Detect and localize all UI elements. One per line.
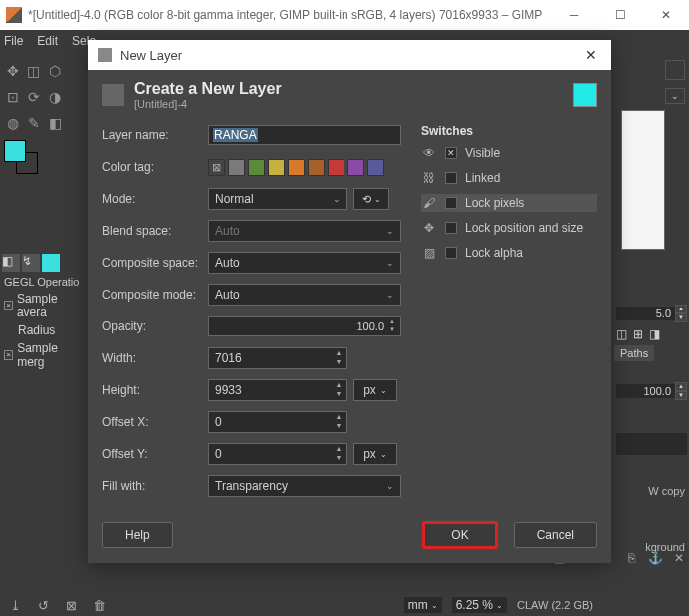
color-tag-option[interactable] (308, 159, 325, 176)
dialog-icon (98, 48, 112, 62)
spin-down-icon[interactable]: ▼ (386, 326, 398, 334)
color-tag-option[interactable] (228, 159, 245, 176)
width-label: Width: (102, 351, 208, 365)
opacity-slider[interactable]: 100.0 ▲▼ (208, 316, 401, 336)
visible-checkbox[interactable]: ✕ (445, 147, 457, 159)
bucket-tool-icon[interactable]: ◍ (4, 112, 21, 134)
lasso-tool-icon[interactable]: ⬡ (47, 60, 64, 82)
size-unit-select[interactable]: px⌄ (353, 379, 397, 401)
close-window-button[interactable]: ✕ (643, 0, 689, 30)
composite-space-select[interactable]: Auto⌄ (208, 252, 401, 274)
anchor-layer-icon[interactable]: ⚓ (647, 550, 663, 566)
fg-color-swatch[interactable] (4, 140, 26, 162)
layer-name-input[interactable]: RANGA (208, 125, 401, 145)
form-left: Layer name: RANGA Color tag: ⊠ (102, 124, 401, 507)
transform-tool-icon[interactable]: ⟳ (25, 86, 42, 108)
window-titlebar: *[Untitled]-4.0 (RGB color 8-bit gamma i… (0, 0, 689, 30)
dialog-titlebar: New Layer ✕ (88, 40, 611, 70)
color-tag-option[interactable] (328, 159, 344, 176)
spin-down-icon[interactable]: ▼ (675, 313, 687, 322)
maximize-button[interactable]: ☐ (597, 0, 643, 30)
fill-with-select[interactable]: Transparency⌄ (208, 475, 401, 497)
color-tag-option[interactable] (268, 159, 285, 176)
opacity-label: Opacity: (102, 319, 208, 333)
layer-item[interactable] (616, 433, 687, 455)
fg-bg-colors[interactable] (4, 140, 44, 180)
close-icon[interactable]: ⊠ (62, 596, 80, 614)
zoom-dropdown[interactable]: 6.25 %⌄ (452, 597, 507, 613)
spin-up-icon[interactable]: ▲ (386, 318, 398, 326)
mode-reset-button[interactable]: ⟲ ⌄ (353, 188, 389, 210)
dock-tab-icon[interactable] (665, 60, 685, 80)
options-tab-icon[interactable]: ◧ (2, 254, 20, 272)
eraser-tool-icon[interactable]: ◧ (47, 112, 64, 134)
alpha-icon: ▨ (421, 245, 437, 261)
offset-y-input[interactable]: 0▲▼ (208, 443, 347, 465)
brush-icon: 🖌 (421, 195, 437, 211)
help-button[interactable]: Help (102, 522, 173, 548)
window-title: *[Untitled]-4.0 (RGB color 8-bit gamma i… (28, 8, 551, 22)
lock-position-checkbox[interactable] (445, 222, 457, 234)
spin-value[interactable]: 5.0 (616, 307, 675, 320)
dialog-close-button[interactable]: ✕ (581, 45, 601, 65)
blend-space-label: Blend space: (102, 224, 208, 238)
linked-checkbox[interactable] (445, 172, 457, 184)
mode-select[interactable]: Normal⌄ (208, 188, 347, 210)
close-option-icon-2[interactable]: × (4, 350, 13, 360)
color-tag-none[interactable]: ⊠ (208, 159, 225, 176)
unit-dropdown[interactable]: mm⌄ (404, 597, 442, 613)
sample-average-label: Sample avera (17, 292, 81, 319)
color-tag-option[interactable] (288, 159, 305, 176)
select-tool-icon[interactable]: ◫ (25, 60, 42, 82)
duplicate-layer-icon[interactable]: ⎘ (623, 550, 639, 566)
height-input[interactable]: 9933▲▼ (208, 379, 347, 401)
gegl-label: GEGL Operatio (0, 274, 85, 290)
dock-menu-icon[interactable]: ⌄ (665, 88, 685, 104)
crop-tool-icon[interactable]: ⊡ (4, 86, 21, 108)
composite-mode-select[interactable]: Auto⌄ (208, 284, 401, 306)
opacity-spinner[interactable]: 100.0 ▲▼ (616, 381, 687, 401)
dock-icon[interactable]: ◫ (616, 327, 627, 341)
width-input[interactable]: 7016▲▼ (208, 347, 347, 369)
spin-down-icon[interactable]: ▼ (675, 391, 687, 400)
lock-pixels-checkbox[interactable] (445, 197, 457, 209)
flip-tool-icon[interactable]: ◑ (47, 86, 64, 108)
tab-paths[interactable]: Paths (614, 345, 654, 361)
nav-image (622, 111, 664, 249)
offset-y-label: Offset Y: (102, 447, 208, 461)
cancel-button[interactable]: Cancel (514, 522, 597, 548)
offset-unit-select[interactable]: px⌄ (353, 443, 397, 465)
brush-tool-icon[interactable]: ✎ (25, 112, 42, 134)
delete-layer-icon[interactable]: ✕ (671, 550, 687, 566)
dock-icon-2[interactable]: ⊞ (633, 327, 643, 341)
move-tool-icon[interactable]: ✥ (4, 60, 21, 82)
ok-button[interactable]: OK (422, 521, 497, 549)
zoom-spinner[interactable]: 5.0 ▲▼ (616, 304, 687, 323)
spin-up-icon[interactable]: ▲ (675, 305, 687, 313)
lock-alpha-checkbox[interactable] (445, 247, 457, 259)
lock-pixels-label: Lock pixels (465, 196, 524, 210)
menu-edit[interactable]: Edit (37, 34, 58, 48)
menu-file[interactable]: File (4, 34, 23, 48)
blend-space-select[interactable]: Auto⌄ (208, 220, 401, 242)
save-icon[interactable]: ⤓ (6, 596, 24, 614)
offset-x-input[interactable]: 0▲▼ (208, 411, 347, 433)
close-option-icon[interactable]: × (4, 301, 13, 310)
dock-icon-3[interactable]: ◨ (649, 327, 660, 341)
revert-icon[interactable]: ↺ (34, 596, 52, 614)
color-tag-option[interactable] (248, 159, 265, 176)
delete-icon[interactable]: 🗑 (90, 596, 108, 614)
color-tag-option[interactable] (367, 159, 384, 176)
options-tab-icon-3[interactable] (42, 254, 60, 272)
options-tab-icon-2[interactable]: ↯ (22, 254, 40, 272)
spin-value-2[interactable]: 100.0 (616, 384, 675, 398)
height-label: Height: (102, 383, 208, 397)
minimize-button[interactable]: ─ (551, 0, 597, 30)
layer-icon (102, 84, 124, 106)
navigation-thumbnail[interactable] (621, 110, 665, 250)
color-tag-option[interactable] (347, 159, 364, 176)
dialog-subheading: [Untitled]-4 (134, 98, 563, 110)
composite-mode-label: Composite mode: (102, 288, 208, 302)
spin-up-icon[interactable]: ▲ (675, 382, 687, 391)
tool-options-panel: ◧ ↯ GEGL Operatio × Sample avera Radius … (0, 252, 85, 371)
